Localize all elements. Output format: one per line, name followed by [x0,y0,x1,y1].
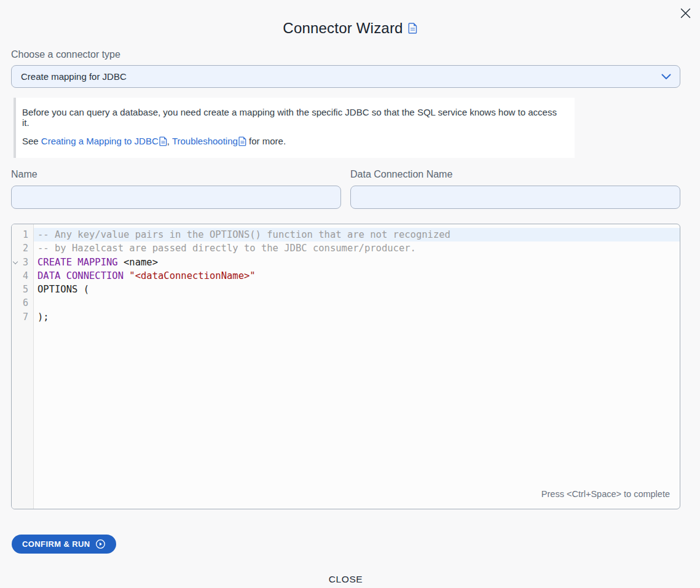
connector-type-select[interactable]: Create mapping for JDBC [11,65,680,88]
code-line[interactable]: OPTIONS ( [34,283,680,296]
info-box: Before you can query a database, you nee… [14,98,575,158]
info-see-prefix: See [22,136,41,146]
code-token-comment: -- by Hazelcast are passed directly to t… [37,243,416,254]
code-token-plain [124,270,129,281]
code-line[interactable] [34,296,680,310]
line-number: 1 [12,228,33,241]
data-connection-name-input[interactable] [350,186,680,209]
sql-editor[interactable]: 1234567 -- Any key/value pairs in the OP… [11,224,680,509]
chevron-down-icon [661,74,671,80]
editor-code-area[interactable]: -- Any key/value pairs in the OPTIONS() … [34,224,680,509]
name-fields-row: Name Data Connection Name [11,169,680,209]
page-title: Connector Wizard [0,20,700,37]
link-troubleshooting[interactable]: Troubleshooting [172,136,238,146]
code-line[interactable]: DATA CONNECTION "<dataConnectionName>" [34,269,680,283]
line-number: 2 [12,241,33,255]
document-icon [238,138,246,148]
info-separator: , [167,136,172,146]
close-button[interactable]: CLOSE [323,570,369,588]
play-circle-icon [95,539,106,549]
confirm-run-button[interactable]: CONFIRM & RUN [12,535,116,554]
line-number: 5 [12,283,33,296]
code-line[interactable]: ); [34,310,680,324]
document-icon [408,23,417,34]
name-field-group: Name [11,169,341,209]
info-paragraph: Before you can query a database, you nee… [22,107,565,128]
line-number: 3 [12,256,33,269]
data-connection-name-field-group: Data Connection Name [350,169,680,209]
code-token-plain: ); [37,312,49,323]
code-token-plain: <name> [118,257,158,268]
code-token-comment: -- Any key/value pairs in the OPTIONS() … [37,229,450,240]
code-line[interactable]: -- Any key/value pairs in the OPTIONS() … [34,228,680,241]
connector-wizard-dialog: Connector Wizard Choose a connector type… [0,20,700,588]
data-connection-name-label: Data Connection Name [350,169,680,180]
code-token-string: "<dataConnectionName>" [129,270,255,281]
info-links-paragraph: See Creating a Mapping to JDBC, Troubles… [22,136,565,148]
confirm-run-label: CONFIRM & RUN [22,539,90,549]
line-number: 6 [12,296,33,310]
line-number: 7 [12,310,33,324]
link-creating-a-mapping-to-jdbc[interactable]: Creating a Mapping to JDBC [41,136,159,146]
fold-chevron-icon[interactable] [13,259,18,264]
close-icon[interactable] [678,6,693,20]
code-token-plain: OPTIONS ( [37,284,89,295]
code-token-keyword: DATA CONNECTION [37,270,124,281]
line-number: 4 [12,269,33,283]
info-suffix: for more. [246,136,286,146]
dialog-footer: CLOSE [11,570,680,588]
name-input[interactable] [11,186,341,209]
autocomplete-hint: Press <Ctrl+Space> to complete [541,489,670,499]
code-line[interactable]: CREATE MAPPING <name> [34,256,680,269]
dialog-title-text: Connector Wizard [283,20,403,37]
document-icon [159,138,167,148]
editor-gutter: 1234567 [12,224,34,509]
code-line[interactable]: -- by Hazelcast are passed directly to t… [34,241,680,255]
name-label: Name [11,169,341,180]
code-token-keyword: CREATE MAPPING [37,257,118,268]
connector-type-selected-value: Create mapping for JDBC [21,71,127,82]
connector-type-label: Choose a connector type [11,49,680,60]
